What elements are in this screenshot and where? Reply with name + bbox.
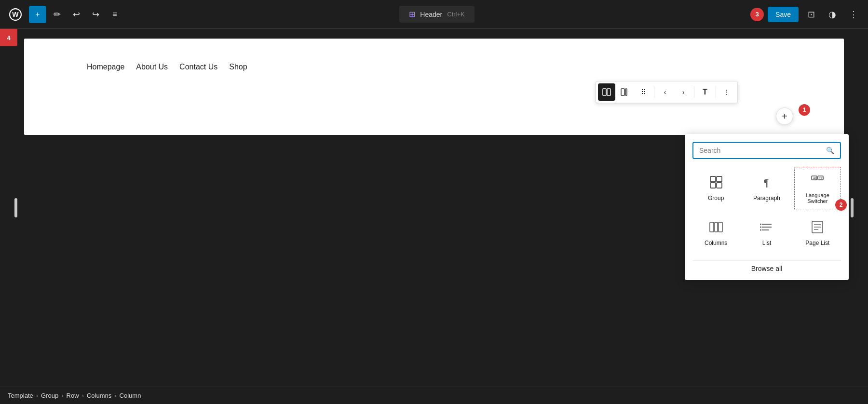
resize-handle-left[interactable]: [14, 198, 17, 217]
template-label[interactable]: ⊞ Header Ctrl+K: [399, 6, 474, 23]
nav-item-shop[interactable]: Shop: [229, 63, 247, 71]
resize-handle-right[interactable]: [851, 198, 854, 217]
toolbar-center: ⊞ Header Ctrl+K: [125, 6, 748, 23]
columns-label: Columns: [705, 240, 727, 246]
template-icon: ⊞: [409, 10, 415, 19]
badge-1: 1: [799, 104, 810, 116]
breadcrumb-bar: Template › Group › Row › Columns › Colum…: [0, 387, 868, 404]
svg-rect-4: [621, 89, 624, 95]
toolbar-divider-3: [716, 86, 716, 98]
list-label: List: [762, 240, 772, 246]
svg-text:W: W: [12, 11, 19, 18]
group-label: Group: [708, 195, 724, 202]
block-item-page-list[interactable]: Page List: [794, 214, 841, 253]
block-toolbar-type[interactable]: T: [696, 83, 714, 101]
block-toolbar-navigate-next[interactable]: ›: [675, 83, 692, 101]
insert-block-button[interactable]: +: [776, 108, 793, 125]
template-name: Header: [420, 11, 442, 18]
search-input[interactable]: [699, 147, 822, 154]
block-toolbar-half[interactable]: [616, 83, 634, 101]
corner-badge-4: 4: [0, 29, 17, 46]
block-item-columns[interactable]: Columns: [692, 214, 739, 253]
svg-point-21: [760, 224, 761, 225]
page-list-icon: [811, 220, 824, 237]
block-toolbar-more[interactable]: ⋮: [718, 83, 735, 101]
svg-point-23: [760, 229, 761, 231]
svg-rect-17: [719, 222, 722, 232]
breadcrumb-sep-2: ›: [61, 392, 63, 399]
block-inserter-popup: 🔍 Group ¶: [685, 134, 849, 280]
toolbar-right: 3 Save ⊡ ◑ ⋮: [750, 6, 862, 23]
view-toggle-button[interactable]: ⊡: [802, 6, 820, 23]
svg-rect-5: [625, 89, 627, 95]
block-item-language-switcher[interactable]: AB CD LanguageSwitcher: [794, 167, 841, 210]
svg-rect-16: [715, 222, 718, 232]
svg-rect-6: [710, 176, 716, 182]
toolbar-divider: [654, 86, 654, 98]
block-grid: Group ¶ Paragraph AB CD: [692, 167, 841, 253]
breadcrumb-sep-3: ›: [82, 392, 84, 399]
paragraph-icon: ¶: [760, 175, 773, 192]
svg-rect-7: [717, 176, 722, 182]
breadcrumb-column[interactable]: Column: [120, 392, 141, 399]
group-icon: [709, 175, 723, 192]
redo-button[interactable]: ↪: [87, 6, 104, 23]
contrast-button[interactable]: ◑: [824, 6, 841, 23]
block-toolbar-columns[interactable]: [598, 83, 615, 101]
language-switcher-icon: AB CD: [811, 173, 824, 189]
columns-icon: [709, 220, 723, 237]
block-item-paragraph[interactable]: ¶ Paragraph: [743, 167, 790, 210]
search-icon: 🔍: [826, 147, 834, 154]
nav-item-about[interactable]: About Us: [136, 63, 168, 71]
breadcrumb-sep-4: ›: [114, 392, 116, 399]
paragraph-label: Paragraph: [753, 195, 780, 202]
nav-item-contact[interactable]: Contact Us: [179, 63, 217, 71]
badge-2: 2: [835, 199, 847, 211]
svg-rect-15: [710, 222, 714, 232]
block-toolbar-drag[interactable]: ⠿: [635, 83, 652, 101]
options-button[interactable]: ⋮: [845, 6, 862, 23]
svg-rect-2: [603, 89, 606, 95]
wordpress-logo[interactable]: W: [6, 5, 25, 24]
svg-rect-3: [607, 89, 610, 95]
block-item-group[interactable]: Group: [692, 167, 739, 210]
list-view-button[interactable]: ≡: [106, 6, 123, 23]
undo-button[interactable]: ↩: [68, 6, 85, 23]
notification-badge-3: 3: [750, 8, 764, 21]
canvas-area: Homepage About Us Contact Us Shop ⠿ ‹ › …: [0, 29, 868, 387]
search-box: 🔍: [692, 142, 841, 159]
language-switcher-label: LanguageSwitcher: [806, 192, 829, 204]
breadcrumb-sep-1: ›: [36, 392, 38, 399]
toolbar-divider-2: [694, 86, 694, 98]
breadcrumb-group[interactable]: Group: [41, 392, 58, 399]
breadcrumb-columns[interactable]: Columns: [87, 392, 111, 399]
svg-rect-8: [710, 183, 716, 188]
nav-item-homepage[interactable]: Homepage: [87, 63, 124, 71]
block-item-list[interactable]: List: [743, 214, 790, 253]
svg-rect-9: [717, 183, 722, 188]
breadcrumb-row[interactable]: Row: [67, 392, 79, 399]
add-block-button[interactable]: +: [29, 6, 46, 23]
tools-button[interactable]: ✏: [48, 6, 66, 23]
keyboard-shortcut: Ctrl+K: [447, 11, 464, 18]
page-list-label: Page List: [805, 240, 829, 246]
svg-point-22: [760, 227, 761, 228]
svg-text:CD: CD: [819, 176, 824, 180]
block-toolbar: ⠿ ‹ › T ⋮: [596, 81, 738, 103]
block-toolbar-navigate-prev[interactable]: ‹: [656, 83, 674, 101]
main-toolbar: W + ✏ ↩ ↪ ≡ ⊞ Header Ctrl+K 3 Save ⊡ ◑ ⋮: [0, 0, 868, 29]
breadcrumb-template[interactable]: Template: [8, 392, 33, 399]
svg-text:¶: ¶: [764, 176, 769, 189]
browse-all-button[interactable]: Browse all: [692, 260, 841, 272]
save-button[interactable]: Save: [768, 7, 799, 22]
list-icon: [760, 220, 773, 237]
